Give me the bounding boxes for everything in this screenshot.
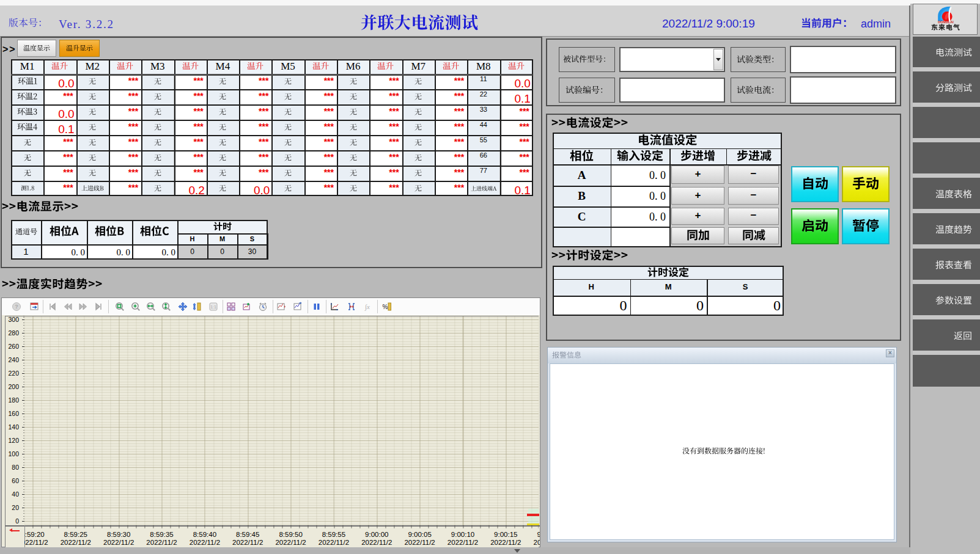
- svg-text:?: ?: [15, 304, 18, 310]
- svg-text:∫x: ∫x: [364, 303, 370, 311]
- svg-text:%: %: [383, 304, 388, 310]
- svg-text:1:1: 1:1: [210, 305, 216, 309]
